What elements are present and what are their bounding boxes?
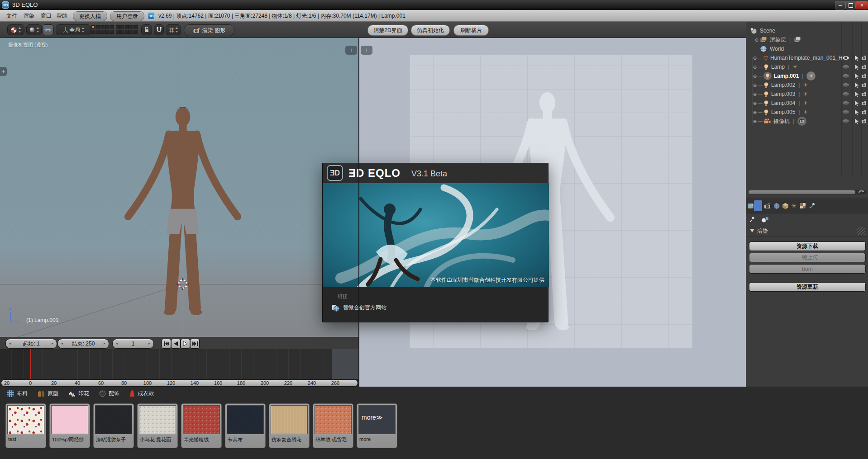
more-swatch[interactable]: more≫ more [357, 403, 397, 448]
timeline-ruler[interactable]: 20 0 20 40 60 80 100 120 140 160 180 200… [0, 379, 359, 387]
render-visibility-toggle[interactable] [860, 90, 868, 98]
viewport-divider[interactable] [358, 38, 359, 387]
pin-icon[interactable] [749, 216, 756, 223]
outliner-row-scene[interactable]: Scene [746, 26, 868, 35]
frame-end-field[interactable]: ◂ 结束: 250 ▸ [57, 339, 109, 349]
lock-toggle[interactable] [141, 24, 152, 35]
visibility-toggle[interactable] [842, 72, 850, 80]
outliner-row-renderlayers[interactable]: ⊕ 渲染层 | [746, 35, 868, 44]
outliner-row-lamp005[interactable]: ⊕ Lamp.005 | ☀ [746, 108, 868, 117]
render-visibility-toggle[interactable] [860, 54, 868, 62]
outliner-row-lamp002[interactable]: ⊕ Lamp.002 | ☀ [746, 80, 868, 90]
expand-icon[interactable]: ⊕ [754, 38, 760, 43]
render-panel-header[interactable]: 渲染 [746, 225, 868, 237]
layers-grid-2[interactable] [116, 25, 138, 34]
render-layers-icon[interactable] [794, 36, 801, 43]
minimize-button[interactable]: – [835, 1, 845, 9]
snap-toggle[interactable] [154, 24, 164, 35]
outliner-row-lamp001[interactable]: ⊕ Lamp.001 | ☀ [746, 71, 868, 80]
render-visibility-toggle[interactable] [860, 72, 868, 80]
human-model[interactable] [118, 104, 248, 331]
shading-dropdown[interactable] [26, 24, 42, 35]
outliner-row-lamp[interactable]: ⊕ Lamp | ☀ [746, 62, 868, 71]
refresh-piece-button[interactable]: 刷新裁片 [453, 25, 489, 36]
render-visibility-toggle[interactable] [860, 81, 868, 89]
expand-icon[interactable]: ⊕ [752, 65, 758, 70]
visibility-toggle[interactable] [842, 54, 850, 62]
tab-prototype[interactable]: 原型 [38, 390, 58, 397]
outliner-scrollbar-thumb[interactable] [749, 190, 855, 194]
visibility-toggle[interactable] [842, 117, 850, 125]
expand-icon[interactable]: ⊕ [752, 74, 758, 79]
frame-start-field[interactable]: ◂ 起始: 1 ▸ [5, 339, 57, 349]
fabric-swatch[interactable]: 仿麻复合绣花 [269, 403, 310, 448]
menu-file[interactable]: 文件 [6, 12, 17, 20]
sim-init-button[interactable]: 仿真初始化 [411, 25, 450, 36]
jump-to-start-button[interactable] [162, 339, 171, 349]
camera-data-icon[interactable] [797, 117, 806, 126]
context-icon[interactable] [761, 216, 769, 223]
swap-model-button[interactable]: 更换人模 [73, 11, 107, 21]
tab-particles[interactable] [808, 200, 816, 212]
maximize-button[interactable] [845, 1, 856, 9]
website-link[interactable]: 替微合创官方网站 [332, 304, 386, 312]
tab-texture[interactable] [799, 200, 807, 212]
fabric-swatch[interactable]: test [5, 403, 46, 448]
visibility-toggle[interactable] [842, 108, 850, 116]
tab-object[interactable] [781, 200, 789, 212]
resource-download-button[interactable]: 资源下载 [749, 241, 866, 251]
tab-render-result[interactable] [746, 200, 754, 212]
expand-icon[interactable]: ⊕ [752, 119, 758, 124]
expand-icon[interactable]: ⊕ [752, 110, 758, 115]
fabric-swatch[interactable]: 绵羊绒 现货毛 [313, 403, 353, 448]
visibility-toggle[interactable] [842, 81, 850, 89]
render-visibility-toggle[interactable] [860, 99, 868, 107]
fabric-swatch[interactable]: 卡其布 [225, 403, 266, 448]
tab-camera[interactable] [763, 200, 772, 212]
transform-orientation-dropdown[interactable]: 全局 [56, 24, 91, 35]
fabric-swatch[interactable]: 半光摇粒绒 [181, 403, 222, 448]
expand-icon[interactable]: ⊕ [752, 92, 758, 97]
timeline-tracks[interactable] [0, 349, 359, 379]
sun-lamp-icon[interactable]: ☀ [803, 100, 808, 106]
tab-lamp[interactable]: ☀ [790, 200, 798, 212]
tab-fabric[interactable]: 布料 [7, 390, 28, 397]
play-reverse-button[interactable] [171, 339, 181, 349]
fabric-swatch[interactable]: 涤粘混纺条子 [93, 403, 134, 448]
menu-render[interactable]: 渲染 [24, 12, 34, 20]
mode-dropdown[interactable] [7, 24, 24, 35]
resource-update-button[interactable]: 资源更新 [749, 282, 866, 292]
outliner-row-camera[interactable]: ⊕ 摄像机 | [746, 117, 868, 126]
outliner-row-world[interactable]: World [746, 44, 868, 53]
render-visibility-toggle[interactable] [860, 117, 868, 125]
selectability-toggle[interactable] [853, 72, 861, 80]
sun-lamp-icon[interactable]: ☀ [803, 82, 808, 88]
render-visibility-toggle[interactable] [860, 63, 868, 71]
fabric-swatch[interactable]: 100%p/同经纱 [49, 403, 90, 448]
selectability-toggle[interactable] [853, 54, 861, 62]
expand-icon[interactable]: ⊕ [752, 83, 758, 88]
jump-to-end-button[interactable] [190, 339, 200, 349]
tab-world[interactable] [773, 200, 781, 212]
menu-window[interactable]: 窗口 [41, 12, 52, 20]
manipulator-toggle[interactable] [42, 24, 54, 35]
selectability-toggle[interactable] [853, 90, 861, 98]
sun-lamp-icon[interactable]: ☀ [803, 91, 808, 97]
fabric-swatch[interactable]: 小鸟花 提花面 [137, 403, 178, 448]
render-visibility-toggle[interactable] [860, 108, 868, 116]
selectability-toggle[interactable] [853, 81, 861, 89]
bom-button[interactable]: bom [749, 264, 866, 274]
user-login-button[interactable]: 用户登录 [110, 11, 144, 21]
one-key-upload-button[interactable]: 一键上传 [749, 253, 866, 262]
sun-lamp-icon[interactable]: ☀ [792, 64, 797, 70]
snap-element-dropdown[interactable] [166, 24, 181, 35]
expand-icon[interactable]: ⊕ [752, 56, 758, 61]
tab-render-selected[interactable] [754, 200, 762, 212]
selectability-toggle[interactable] [853, 99, 861, 107]
selectability-toggle[interactable] [853, 63, 861, 71]
selectability-toggle[interactable] [853, 117, 861, 125]
playhead[interactable] [30, 349, 31, 379]
current-frame-field[interactable]: ◂ 1 ▸ [112, 339, 154, 349]
play-button[interactable] [181, 339, 190, 349]
sun-lamp-icon[interactable]: ☀ [803, 109, 808, 115]
